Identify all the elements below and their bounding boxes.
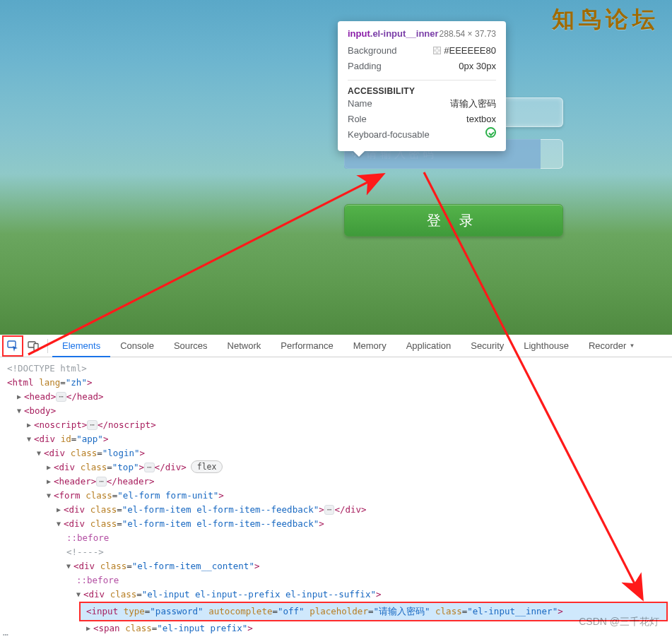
swatch-icon — [433, 47, 441, 54]
svg-rect-0 — [8, 341, 16, 347]
dom-highlighted-input[interactable]: <input type="password" autocomplete="off… — [7, 602, 672, 621]
inspect-element-button[interactable] — [2, 335, 23, 357]
dom-line: <!DOCTYPE html> — [7, 362, 672, 376]
tooltip-selector: input.el-input__inner — [348, 28, 439, 39]
tab-network[interactable]: Network — [218, 335, 271, 357]
tab-sources[interactable]: Sources — [164, 335, 218, 357]
svg-rect-2 — [34, 343, 38, 350]
watermark: CSDN @三千花灯 — [579, 616, 659, 628]
flex-chip: flex — [191, 460, 223, 473]
dom-tree[interactable]: <!DOCTYPE html> <html lang="zh"> <head>⋯… — [0, 357, 672, 636]
tooltip-dimensions: 288.54 × 37.73 — [440, 29, 496, 39]
tab-security[interactable]: Security — [461, 335, 514, 357]
ellipsis-icon: ⋯ — [3, 629, 10, 640]
devtools-tabbar: Elements Console Sources Network Perform… — [0, 335, 672, 357]
tab-recorder[interactable]: Recorder — [579, 335, 645, 357]
site-title: 知鸟论坛 — [552, 4, 659, 35]
tab-application[interactable]: Application — [396, 335, 461, 357]
devtools-panel: Elements Console Sources Network Perform… — [0, 335, 672, 644]
check-circle-icon — [485, 127, 496, 138]
inspect-tooltip: input.el-input__inner 288.54 × 37.73 Bac… — [338, 21, 506, 151]
login-button[interactable]: 登 录 — [344, 204, 563, 237]
tab-memory[interactable]: Memory — [343, 335, 396, 357]
device-toggle-button[interactable] — [23, 335, 43, 357]
tab-performance[interactable]: Performance — [271, 335, 343, 357]
tab-lighthouse[interactable]: Lighthouse — [514, 335, 579, 357]
tab-console[interactable]: Console — [110, 335, 164, 357]
page-preview: 知鸟论坛 ✈ 请输入密码 登 录 input.el-input__inner 2… — [0, 0, 672, 335]
tab-elements[interactable]: Elements — [52, 335, 110, 357]
